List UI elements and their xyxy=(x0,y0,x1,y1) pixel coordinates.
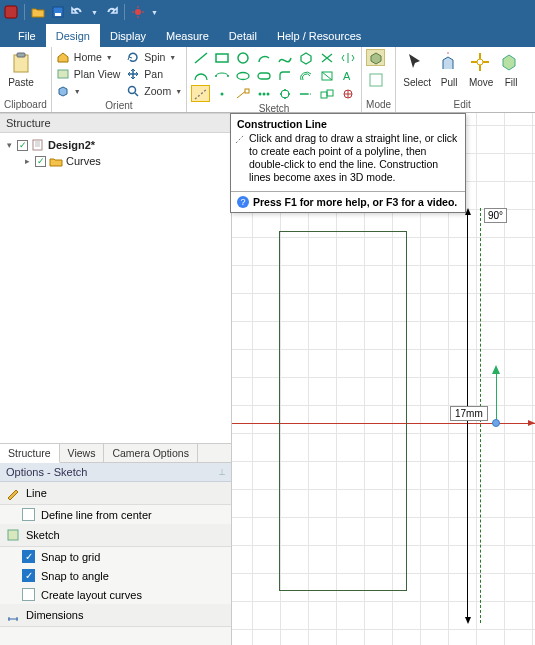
spin-button[interactable]: Spin▼ xyxy=(126,49,182,65)
document-icon xyxy=(31,139,45,151)
tab-camera-options[interactable]: Camera Options xyxy=(104,444,197,462)
menu-display[interactable]: Display xyxy=(100,24,156,47)
pull-icon xyxy=(437,51,461,75)
svg-point-16 xyxy=(220,92,223,95)
slot-tool[interactable] xyxy=(254,67,273,84)
tab-structure[interactable]: Structure xyxy=(0,444,60,463)
three-point-arc-tool[interactable] xyxy=(212,67,231,84)
option-snap-to-angle[interactable]: ✓ Snap to angle xyxy=(0,566,231,585)
ellipse-tool[interactable] xyxy=(233,67,252,84)
rectangle-tool[interactable] xyxy=(212,49,231,66)
tree-item-label: Curves xyxy=(66,155,101,167)
settings-icon[interactable] xyxy=(131,5,145,19)
svg-point-7 xyxy=(129,87,136,94)
pan-button[interactable]: Pan xyxy=(126,66,182,82)
origin-icon xyxy=(492,419,500,427)
help-icon: ? xyxy=(237,196,249,208)
tree-expand-icon[interactable]: ▾ xyxy=(4,140,14,150)
checkbox-icon[interactable]: ✓ xyxy=(22,550,35,563)
move-sketch-tool[interactable] xyxy=(317,85,336,102)
option-create-layout-curves[interactable]: Create layout curves xyxy=(0,585,231,604)
length-badge[interactable]: 17mm xyxy=(450,406,488,421)
home-icon xyxy=(56,50,70,64)
svg-point-18 xyxy=(258,92,261,95)
tangent-arc-tool[interactable] xyxy=(191,67,210,84)
extend-tool[interactable] xyxy=(296,85,315,102)
view-cube-button[interactable]: ▼ xyxy=(56,83,121,99)
spline-tool[interactable] xyxy=(275,49,294,66)
pin-icon[interactable]: ⟂ xyxy=(219,466,225,478)
ribbon-group-clipboard: Paste Clipboard xyxy=(0,47,52,112)
polygon-tool[interactable] xyxy=(296,49,315,66)
options-section-sketch: Sketch ✓ Snap to grid ✓ Snap to angle Cr… xyxy=(0,524,231,604)
move-button[interactable]: Move xyxy=(464,49,498,88)
checkbox-icon[interactable]: ✓ xyxy=(22,569,35,582)
mode-sketch-icon[interactable] xyxy=(366,71,385,88)
svg-point-23 xyxy=(288,93,290,95)
construction-line-icon xyxy=(235,134,245,147)
svg-rect-29 xyxy=(370,74,382,86)
option-snap-to-grid[interactable]: ✓ Snap to grid xyxy=(0,547,231,566)
cursor-icon xyxy=(405,51,429,75)
svg-rect-27 xyxy=(327,90,333,96)
svg-rect-8 xyxy=(216,54,228,62)
undo-caret[interactable]: ▼ xyxy=(91,9,98,16)
svg-point-24 xyxy=(284,97,286,99)
spin-icon xyxy=(126,50,140,64)
trim-tool[interactable] xyxy=(317,49,336,66)
home-view-button[interactable]: Home▼ xyxy=(56,49,121,65)
menu-help-resources[interactable]: Help / Resources xyxy=(267,24,371,47)
sketch-rectangle[interactable] xyxy=(279,231,407,591)
settings-caret[interactable]: ▼ xyxy=(151,9,158,16)
checkbox-icon[interactable]: ✓ xyxy=(17,140,28,151)
menu-detail[interactable]: Detail xyxy=(219,24,267,47)
menu-measure[interactable]: Measure xyxy=(156,24,219,47)
menu-design[interactable]: Design xyxy=(46,24,100,47)
paste-label: Paste xyxy=(8,77,34,88)
text-tool[interactable]: A xyxy=(338,67,357,84)
pull-button[interactable]: Pull xyxy=(434,49,464,88)
pattern-circular-tool[interactable] xyxy=(275,85,294,102)
checkbox-icon[interactable] xyxy=(22,588,35,601)
plan-view-button[interactable]: Plan View xyxy=(56,66,121,82)
measure-tool[interactable] xyxy=(233,85,252,102)
redo-icon[interactable] xyxy=(104,5,118,19)
checkbox-icon[interactable]: ✓ xyxy=(35,156,46,167)
paste-button[interactable]: Paste xyxy=(4,49,38,88)
point-tool[interactable] xyxy=(212,85,231,102)
offset-tool[interactable] xyxy=(296,67,315,84)
folder-icon[interactable] xyxy=(31,5,45,19)
project-tool[interactable] xyxy=(317,67,336,84)
arc-tool[interactable] xyxy=(254,49,273,66)
mirror-tool[interactable] xyxy=(338,49,357,66)
divider xyxy=(124,4,125,20)
menu-file[interactable]: File xyxy=(8,24,46,47)
ribbon-group-edit: Select Pull Move Fill Edit xyxy=(396,47,528,112)
fillet-tool[interactable] xyxy=(275,67,294,84)
construction-line-tool[interactable] xyxy=(191,85,210,102)
tab-views[interactable]: Views xyxy=(60,444,105,462)
select-button[interactable]: Select xyxy=(400,49,434,88)
options-section-dimensions: Dimensions xyxy=(0,604,231,627)
tree-expand-icon[interactable]: ▸ xyxy=(22,156,32,166)
scale-tool[interactable] xyxy=(338,85,357,102)
svg-point-3 xyxy=(135,9,141,15)
circle-tool[interactable] xyxy=(233,49,252,66)
undo-icon[interactable] xyxy=(71,5,85,19)
curves-folder-icon xyxy=(49,155,63,167)
fill-button[interactable]: Fill xyxy=(498,49,524,88)
tree-row-curves[interactable]: ▸ ✓ Curves xyxy=(4,153,227,169)
save-icon[interactable] xyxy=(51,5,65,19)
dimension-arrow-icon xyxy=(465,617,471,624)
y-axis-arrow-icon xyxy=(492,365,500,374)
checkbox-icon[interactable] xyxy=(22,508,35,521)
mode-3d-icon[interactable] xyxy=(366,49,385,66)
tooltip-construction-line: Construction Line Click and drag to draw… xyxy=(230,113,466,213)
tree-row-design[interactable]: ▾ ✓ Design2* xyxy=(4,137,227,153)
option-define-line-from-center[interactable]: Define line from center xyxy=(0,505,231,524)
tree-item-label: Design2* xyxy=(48,139,95,151)
line-tool[interactable] xyxy=(191,49,210,66)
svg-point-20 xyxy=(266,92,269,95)
zoom-button[interactable]: Zoom▼ xyxy=(126,83,182,99)
pattern-linear-tool[interactable] xyxy=(254,85,273,102)
